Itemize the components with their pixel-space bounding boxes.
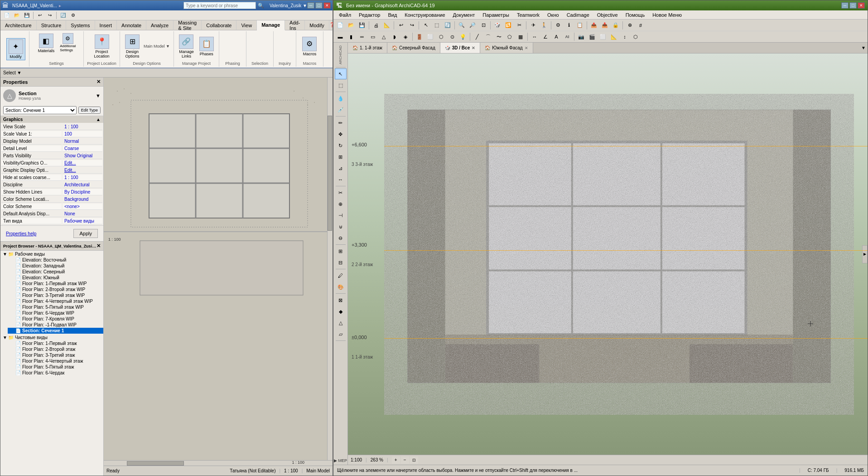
menu-objective[interactable]: Objective: [593, 11, 622, 19]
tree-item-fp2[interactable]: 📄 Floor Plan: 2-Второй этаж WIP: [8, 287, 103, 292]
tool-marquee[interactable]: ⬚: [432, 21, 442, 30]
left-tool-solid[interactable]: ◆: [335, 306, 347, 317]
prop-value-hide-scales[interactable]: 1 : 100: [63, 175, 102, 181]
materials-button[interactable]: ◧ Materials: [36, 32, 57, 54]
tab-analyze[interactable]: Analyze: [146, 20, 174, 30]
tool-spline[interactable]: 〜: [494, 32, 504, 41]
prop-value-analysis[interactable]: None: [63, 211, 102, 217]
tab-floor-plan-1[interactable]: 🏠 1. 1-й этаж: [348, 43, 387, 53]
tree-item-fp6[interactable]: 📄 Floor Plan: 6-Чердак WIP: [8, 310, 103, 316]
tab-south-facade-close[interactable]: ✕: [525, 46, 528, 50]
qa-open-btn[interactable]: 📂: [12, 11, 21, 19]
scrollbar-thumb[interactable]: [328, 116, 332, 230]
prop-value-vg[interactable]: Edit...: [63, 160, 102, 166]
panel-label[interactable]: ARCHICAD: [338, 44, 342, 66]
left-tool-adjust[interactable]: ⊣: [335, 210, 347, 221]
tool-section[interactable]: ✂: [514, 21, 524, 30]
tool-beam[interactable]: ═: [357, 32, 367, 41]
restore-button[interactable]: □: [315, 2, 323, 9]
tool-fly[interactable]: ✈: [528, 21, 538, 30]
tab-view[interactable]: View: [236, 20, 257, 30]
prop-value-scale-value[interactable]: 100: [63, 131, 102, 137]
tool-plot[interactable]: 📐: [382, 21, 392, 30]
tool-arc[interactable]: ⌒: [483, 32, 493, 41]
apply-button[interactable]: Apply: [73, 229, 98, 238]
tool-window[interactable]: ⬜: [425, 32, 435, 41]
tree-item-fp1[interactable]: 📄 Floor Plan: 1-Первый этаж WIP: [8, 281, 103, 287]
tree-item-row-chistovye[interactable]: ▼ 📁 Чистовые виды: [0, 335, 103, 340]
left-tool-rotate-tool[interactable]: ↻: [335, 140, 347, 151]
right-panel-toggle[interactable]: ▶: [862, 245, 868, 263]
tool-shell[interactable]: ◗: [390, 32, 400, 41]
view-zoom-in-btn[interactable]: +: [392, 457, 400, 464]
tree-item-cfp1[interactable]: 📄 Floor Plan: 1-Первый этаж: [8, 340, 103, 346]
tree-item-fp4[interactable]: 📄 Floor Plan: 4-Четвертый этаж WIP: [8, 298, 103, 304]
tool-path[interactable]: 🎬: [587, 32, 597, 41]
tab-architecture[interactable]: Architecture: [0, 20, 37, 30]
left-tool-subtract[interactable]: ⊖: [335, 233, 347, 243]
tool-change[interactable]: ↕: [620, 32, 630, 41]
tool-info[interactable]: ℹ: [564, 21, 574, 30]
menu-new[interactable]: Новое Меню: [649, 11, 685, 19]
tool-camera[interactable]: 📷: [576, 32, 586, 41]
tool-snap[interactable]: ⊕: [625, 21, 635, 30]
qa-new-btn[interactable]: 📄: [2, 11, 11, 19]
left-tool-group[interactable]: ⊞: [335, 246, 347, 257]
tool-dim[interactable]: ↔: [530, 32, 540, 41]
qa-settings-btn[interactable]: ⚙: [68, 11, 77, 19]
tool-zoom-out[interactable]: 🔎: [468, 21, 477, 30]
tree-item-fp-1[interactable]: 📄 Floor Plan: -1-Подвал WIP: [8, 322, 103, 328]
phases-button[interactable]: 📋 Phases: [197, 35, 216, 58]
tool-wall[interactable]: ▬: [335, 32, 345, 41]
tree-item-section1[interactable]: 📄 Section: Сечение 1: [8, 328, 103, 334]
prop-value-tip-vida[interactable]: Рабочие виды: [63, 218, 102, 224]
prop-value-color-scheme[interactable]: <none>: [63, 204, 102, 210]
tree-toggle-chistovye[interactable]: ▼: [2, 335, 8, 340]
tool-column[interactable]: ▮: [346, 32, 356, 41]
tool-lamp[interactable]: 💡: [458, 32, 468, 41]
section-dropdown-select[interactable]: Section: Сечение 1: [3, 106, 77, 114]
h-scrollbar[interactable]: 1 : 100: [104, 460, 333, 466]
menu-teamwork[interactable]: Teamwork: [513, 11, 543, 19]
archicad-minimize-btn[interactable]: ─: [841, 2, 849, 9]
tool-new[interactable]: 📄: [335, 21, 345, 30]
menu-help[interactable]: Помощь: [622, 11, 649, 19]
left-tool-gravity[interactable]: ⊠: [335, 295, 347, 306]
tool-fit[interactable]: ⊡: [478, 21, 488, 30]
properties-help-link[interactable]: Properties help: [3, 230, 39, 238]
tab-manage[interactable]: Manage: [257, 20, 285, 30]
tool-fill[interactable]: ▦: [516, 32, 526, 41]
tab-massing[interactable]: Massing & Site: [174, 20, 202, 30]
left-tool-fill-paint[interactable]: 🎨: [335, 282, 347, 292]
menu-options[interactable]: Параметры: [479, 11, 513, 19]
tool-roof[interactable]: △: [379, 32, 389, 41]
tool-open[interactable]: 📂: [346, 21, 356, 30]
tool-settings[interactable]: ⚙: [553, 21, 563, 30]
archicad-close-btn[interactable]: ✕: [858, 2, 865, 9]
menu-view[interactable]: Вид: [384, 11, 400, 19]
tool-3d[interactable]: 🎲: [492, 21, 502, 30]
close-button[interactable]: ✕: [323, 2, 331, 9]
tool-elev[interactable]: 📐: [609, 32, 619, 41]
tool-teamwork-send[interactable]: 📤: [589, 21, 599, 30]
tab-collaborate[interactable]: Collaborate: [202, 20, 236, 30]
minimize-button[interactable]: ─: [307, 2, 314, 9]
tree-toggle-rabochie[interactable]: ▼: [2, 252, 8, 257]
left-tool-move[interactable]: ✥: [335, 129, 347, 140]
tool-door[interactable]: 🚪: [415, 32, 424, 41]
tree-item-fp5[interactable]: 📄 Floor Plan: 5-Пятый этаж WIP: [8, 304, 103, 310]
view-zoom-out-btn[interactable]: −: [401, 457, 409, 464]
qa-redo-btn[interactable]: ↪: [45, 11, 54, 19]
prop-value-gdo[interactable]: Edit...: [63, 167, 102, 174]
qa-save-btn[interactable]: 💾: [22, 11, 31, 19]
prop-value-view-scale[interactable]: 1 : 100: [63, 124, 102, 130]
graphics-collapse[interactable]: ▲: [96, 117, 101, 122]
edit-type-button[interactable]: Edit Type: [78, 107, 101, 114]
additional-settings-button[interactable]: ⚙ AdditionalSettings: [58, 32, 77, 53]
tool-grid[interactable]: #: [636, 21, 646, 30]
prop-value-parts-vis[interactable]: Show Original: [63, 153, 102, 159]
tool-reserve[interactable]: 🔒: [611, 21, 621, 30]
browser-close-btn[interactable]: ✕: [96, 243, 101, 249]
h-scrollbar-thumb[interactable]: [127, 461, 184, 466]
tree-item-fp7[interactable]: 📄 Floor Plan: 7-Кровля WIP: [8, 316, 103, 322]
